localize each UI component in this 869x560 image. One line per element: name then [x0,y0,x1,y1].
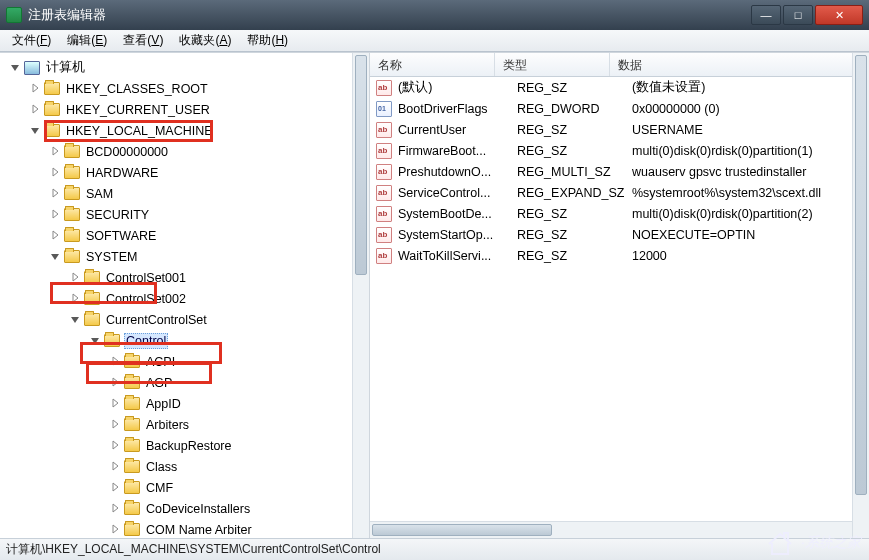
list-row[interactable]: CurrentUserREG_SZUSERNAME [370,119,869,140]
tree-node-hkcu[interactable]: HKEY_CURRENT_USER [0,99,369,120]
maximize-button[interactable]: □ [783,5,813,25]
cell-type: REG_SZ [517,144,632,158]
twisty-closed-icon[interactable] [50,230,61,241]
twisty-closed-icon[interactable] [110,461,121,472]
tree-label: Arbiters [144,418,191,432]
tree-pane[interactable]: 计算机HKEY_CLASSES_ROOTHKEY_CURRENT_USERHKE… [0,53,370,538]
tree-node-child-4[interactable]: BackupRestore [0,435,369,456]
list-row[interactable]: FirmwareBoot...REG_SZmulti(0)disk(0)rdis… [370,140,869,161]
twisty-closed-icon[interactable] [110,440,121,451]
minimize-button[interactable]: — [751,5,781,25]
tree-label: ACPI [144,355,177,369]
tree-node-child-8[interactable]: COM Name Arbiter [0,519,369,538]
main-area: 计算机HKEY_CLASSES_ROOTHKEY_CURRENT_USERHKE… [0,52,869,538]
cell-name: PreshutdownO... [398,165,517,179]
twisty-closed-icon[interactable] [70,293,81,304]
cell-type: REG_MULTI_SZ [517,165,632,179]
list-row[interactable]: PreshutdownO...REG_MULTI_SZwuauserv gpsv… [370,161,869,182]
tree-node-ccs[interactable]: CurrentControlSet [0,309,369,330]
list-row[interactable]: (默认)REG_SZ(数值未设置) [370,77,869,98]
col-name[interactable]: 名称 [370,53,495,76]
tree-label: AppID [144,397,183,411]
twisty-closed-icon[interactable] [30,104,41,115]
twisty-closed-icon[interactable] [50,209,61,220]
folder-icon [124,397,140,410]
menu-file[interactable]: 文件(F) [4,30,59,51]
tree-node-sec[interactable]: SECURITY [0,204,369,225]
twisty-open-icon[interactable] [30,125,41,136]
twisty-closed-icon[interactable] [110,482,121,493]
tree-vscroll[interactable] [352,53,369,538]
twisty-open-icon[interactable] [50,251,61,262]
list-row[interactable]: WaitToKillServi...REG_SZ12000 [370,245,869,266]
tree-node-computer[interactable]: 计算机 [0,57,369,78]
list-row[interactable]: SystemBootDe...REG_SZmulti(0)disk(0)rdis… [370,203,869,224]
twisty-closed-icon[interactable] [70,272,81,283]
folder-icon [124,355,140,368]
tree-node-cs2[interactable]: ControlSet002 [0,288,369,309]
tree-node-hklm[interactable]: HKEY_LOCAL_MACHINE [0,120,369,141]
tree-node-bcd[interactable]: BCD00000000 [0,141,369,162]
menu-bar: 文件(F) 编辑(E) 查看(V) 收藏夹(A) 帮助(H) [0,30,869,52]
tree-node-child-3[interactable]: Arbiters [0,414,369,435]
twisty-closed-icon[interactable] [50,146,61,157]
cell-name: (默认) [398,79,517,96]
tree-node-sw[interactable]: SOFTWARE [0,225,369,246]
cell-name: CurrentUser [398,123,517,137]
tree-node-sys[interactable]: SYSTEM [0,246,369,267]
cell-data: wuauserv gpsvc trustedinstaller [632,165,869,179]
list-hscroll[interactable] [370,521,852,538]
twisty-closed-icon[interactable] [30,83,41,94]
twisty-closed-icon[interactable] [110,398,121,409]
twisty-closed-icon[interactable] [110,356,121,367]
tree-label: Control [124,333,168,349]
tree-node-cs1[interactable]: ControlSet001 [0,267,369,288]
tree-node-sam[interactable]: SAM [0,183,369,204]
twisty-closed-icon[interactable] [110,419,121,430]
title-bar: 注册表编辑器 — □ ✕ [0,0,869,30]
tree-node-child-1[interactable]: AGP [0,372,369,393]
menu-fav[interactable]: 收藏夹(A) [171,30,239,51]
list-row[interactable]: SystemStartOp...REG_SZ NOEXECUTE=OPTIN [370,224,869,245]
twisty-open-icon[interactable] [70,314,81,325]
cell-data: 12000 [632,249,869,263]
list-pane[interactable]: 名称 类型 数据 (默认)REG_SZ(数值未设置)BootDriverFlag… [370,53,869,538]
close-button[interactable]: ✕ [815,5,863,25]
tree-node-child-7[interactable]: CoDeviceInstallers [0,498,369,519]
tree-node-child-2[interactable]: AppID [0,393,369,414]
tree-label: CurrentControlSet [104,313,209,327]
tree-node-child-0[interactable]: ACPI [0,351,369,372]
col-data[interactable]: 数据 [610,53,869,76]
tree-label: AGP [144,376,174,390]
cell-type: REG_SZ [517,81,632,95]
list-vscroll[interactable] [852,53,869,538]
cell-name: SystemBootDe... [398,207,517,221]
cell-type: REG_SZ [517,249,632,263]
twisty-open-icon[interactable] [90,335,101,346]
tree-label: COM Name Arbiter [144,523,254,537]
tree-node-child-6[interactable]: CMF [0,477,369,498]
menu-view[interactable]: 查看(V) [115,30,171,51]
twisty-closed-icon[interactable] [110,377,121,388]
tree-node-hw[interactable]: HARDWARE [0,162,369,183]
list-row[interactable]: ServiceControl...REG_EXPAND_SZ%systemroo… [370,182,869,203]
string-value-icon [376,80,392,96]
tree-label: ControlSet002 [104,292,188,306]
list-row[interactable]: BootDriverFlagsREG_DWORD0x00000000 (0) [370,98,869,119]
twisty-closed-icon[interactable] [50,167,61,178]
menu-help[interactable]: 帮助(H) [239,30,296,51]
tree-node-hkcr[interactable]: HKEY_CLASSES_ROOT [0,78,369,99]
tree-node-child-5[interactable]: Class [0,456,369,477]
twisty-closed-icon[interactable] [50,188,61,199]
cell-data: USERNAME [632,123,869,137]
tree-label: HKEY_LOCAL_MACHINE [64,124,215,138]
string-value-icon [376,248,392,264]
cell-type: REG_SZ [517,123,632,137]
tree-node-ctrl[interactable]: Control [0,330,369,351]
twisty-open-icon[interactable] [10,62,21,73]
menu-edit[interactable]: 编辑(E) [59,30,115,51]
twisty-closed-icon[interactable] [110,503,121,514]
folder-icon [124,439,140,452]
col-type[interactable]: 类型 [495,53,610,76]
twisty-closed-icon[interactable] [110,524,121,535]
